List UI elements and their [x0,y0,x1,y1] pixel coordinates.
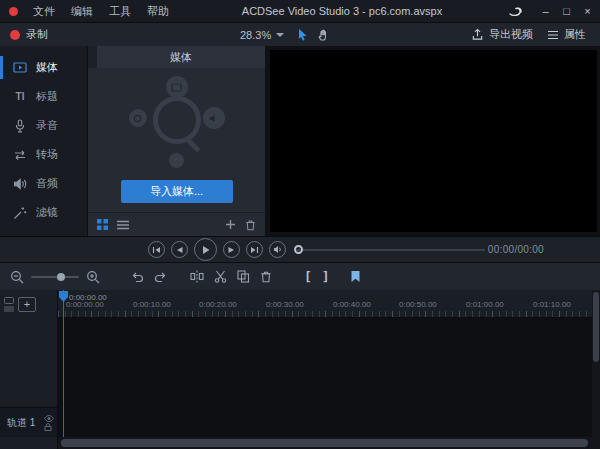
add-media-button[interactable] [225,219,236,230]
seek-knob[interactable] [294,245,303,254]
ruler-label: 0:01:00.00 [466,300,504,309]
track-row-header[interactable]: 轨道 1 [0,407,57,437]
split-clip-button[interactable] [190,270,204,283]
zoom-select[interactable]: 28.3% [236,27,288,43]
horizontal-scrollbar[interactable] [0,437,600,449]
zoom-in-button[interactable] [86,270,100,284]
scrollbar-corner [0,437,58,449]
media-icon [13,61,27,74]
skip-end-button[interactable] [246,241,263,258]
record-icon [10,30,20,40]
maximize-button[interactable]: □ [556,0,577,22]
ruler-label: 0:00:50.00 [399,300,437,309]
menu-file[interactable]: 文件 [25,0,63,22]
grid-view-button[interactable] [97,219,108,230]
playhead[interactable] [63,290,64,437]
skip-start-button[interactable] [148,241,165,258]
audio-bubble-icon [203,107,225,129]
media-panel-footer [88,212,265,236]
add-track-button[interactable]: + [18,297,36,312]
volume-button[interactable] [269,241,286,258]
magnifier-handle [186,138,200,152]
timeline-toolbar: [ ] [0,262,600,290]
mark-out-button[interactable]: ] [322,269,330,284]
media-tab-strip: 媒体 [88,46,265,68]
sidebar-item-record-audio[interactable]: 录音 [0,111,87,140]
track-list-icons [4,297,14,312]
filters-icon [13,206,27,220]
menubar: 文件 编辑 工具 帮助 [25,0,177,22]
track-lane[interactable] [58,318,592,437]
pointer-tool-button[interactable] [296,28,309,42]
microphone-icon [13,119,27,133]
properties-icon [547,29,559,41]
tab-media[interactable]: 媒体 [97,46,265,68]
vertical-scrollbar-thumb[interactable] [593,292,599,362]
import-media-button[interactable]: 导入媒体... [121,180,233,203]
minimize-button[interactable]: – [535,0,556,22]
preview-area [265,46,600,236]
dot-bubble-icon [169,153,184,168]
sidebar-item-transitions[interactable]: 转场 [0,140,87,169]
ruler-ticks [58,311,592,317]
track-label: 轨道 1 [7,416,35,430]
play-button[interactable] [194,238,217,261]
speaker-icon [13,178,27,190]
ruler-label: 0:00:40.00 [333,300,371,309]
step-forward-button[interactable] [223,241,240,258]
close-button[interactable]: × [577,0,598,22]
track-visibility-icon[interactable] [44,415,54,422]
record-button[interactable]: 录制 [0,27,88,42]
ruler-label: 0:00:10.00 [133,300,171,309]
horizontal-scrollbar-thumb[interactable] [61,439,588,447]
track-header-column: + 轨道 1 [0,290,58,437]
timeline-body: 0:00:00.00 0:00:00.00 0:00:10.00 0:00:20… [58,290,592,437]
vertical-scrollbar[interactable] [592,290,600,437]
list-view-button[interactable] [117,220,129,230]
magnifier-icon [153,96,201,144]
sidebar-item-label: 媒体 [36,60,58,75]
ruler-label: 0:00:20.00 [199,300,237,309]
menu-edit[interactable]: 编辑 [63,0,101,22]
cut-button[interactable] [214,270,227,283]
main-area: 媒体 TI 标题 录音 转场 音频 [0,46,600,236]
properties-button[interactable]: 属性 [547,27,586,42]
media-library-empty-state: 导入媒体... [88,68,265,212]
menu-help[interactable]: 帮助 [139,0,177,22]
media-panel: 媒体 导入媒体... [88,46,265,236]
pan-tool-button[interactable] [317,28,330,42]
sidebar: 媒体 TI 标题 录音 转场 音频 [0,46,88,236]
sidebar-item-titles[interactable]: TI 标题 [0,82,87,111]
seek-bar[interactable] [296,249,485,251]
undo-button[interactable] [130,271,144,283]
sidebar-item-filters[interactable]: 滤镜 [0,198,87,227]
step-back-button[interactable] [171,241,188,258]
window-title: ACDSee Video Studio 3 - pc6.com.avspx [177,5,507,17]
acdsee-logo-icon [507,4,525,18]
sidebar-item-label: 录音 [36,118,58,133]
media-bubble-icon [166,76,188,98]
add-marker-button[interactable] [350,270,361,283]
timeline-zoom-slider[interactable] [31,276,79,278]
delete-media-button[interactable] [245,219,256,231]
image-bubble-icon [129,109,147,127]
time-display: 00:00/00:00 [488,244,544,255]
zoom-slider-thumb[interactable] [57,273,65,281]
sidebar-item-audio[interactable]: 音频 [0,169,87,198]
properties-label: 属性 [564,27,586,42]
titlebar: 文件 编辑 工具 帮助 ACDSee Video Studio 3 - pc6.… [0,0,600,22]
sidebar-item-media[interactable]: 媒体 [0,53,87,82]
mark-in-button[interactable]: [ [304,269,312,284]
menu-tools[interactable]: 工具 [101,0,139,22]
title-icon: TI [13,91,27,102]
timeline-ruler[interactable]: 0:00:00.00 0:00:00.00 0:00:10.00 0:00:20… [58,290,592,318]
zoom-value: 28.3% [240,29,271,41]
track-lock-icon[interactable] [44,423,54,431]
zoom-out-button[interactable] [10,270,24,284]
empty-library-illustration [119,76,235,168]
redo-button[interactable] [154,271,168,283]
copy-button[interactable] [237,270,250,283]
export-video-button[interactable]: 导出视频 [471,27,533,42]
delete-button[interactable] [260,270,272,283]
transitions-icon [13,149,27,161]
